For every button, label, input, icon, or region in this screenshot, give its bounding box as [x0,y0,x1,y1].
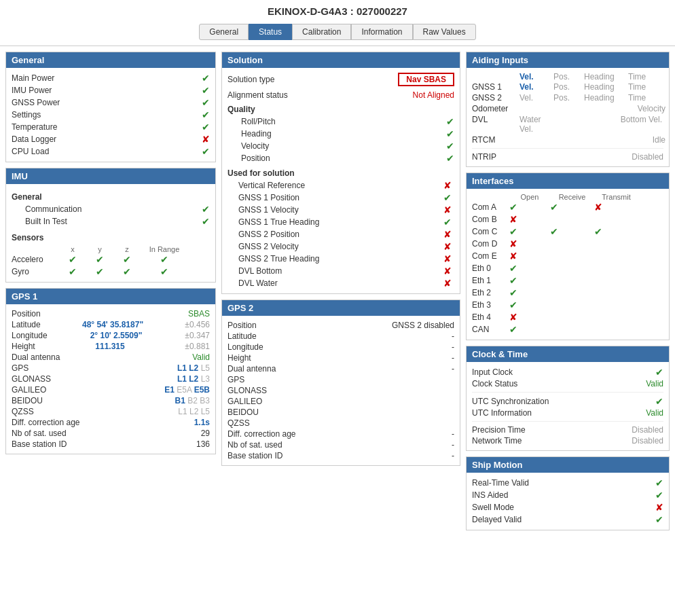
tab-status[interactable]: Status [249,24,292,40]
list-item: Longitude - [227,342,454,352]
list-item: Latitude 48° 54' 35.8187" ±0.456 [12,319,210,330]
gnss2-pos-label: GNSS 2 Position [238,230,299,239]
list-item: Com C ✔ ✔ ✔ [472,225,663,238]
network-time-value: Disabled [632,436,663,446]
gps1-nb-label: Nb of sat. used [12,429,67,438]
solution-type-row: Solution type Nav SBAS [227,72,454,87]
sensors-label: Sensors [12,233,210,242]
gnss2-time: Time [628,93,665,103]
coma-label: Com A [472,202,509,212]
list-item: Real-Time Valid ✔ [472,477,663,489]
list-item: GNSS 1 Vel. Pos. Heading Time [472,81,663,92]
list-item: Built In Test ✔ [12,215,210,228]
rtcm-spacer [519,135,625,145]
come-open: ✘ [509,251,550,261]
imu-power-label: IMU Power [12,86,52,95]
list-item: Base station ID 136 [12,439,210,450]
gnss1-pos: Pos. [553,82,584,92]
gps2-diff-value: - [452,429,454,439]
list-item: Odometer Velocity [472,103,663,114]
gps1-height-value: 111.315 [95,342,124,351]
gps1-position-label: Position [12,309,41,319]
list-item: Nb of sat. used - [227,439,454,450]
list-item: GNSS 2 Vel. Pos. Heading Time [472,92,663,103]
list-item: UTC Synchronization ✔ [472,395,663,407]
list-item: Nb of sat. used 29 [12,428,210,439]
roll-pitch-status: ✔ [446,116,454,127]
list-item: Eth 4 ✘ [472,311,663,323]
gps2-height-value: - [452,353,454,363]
odometer-velocity: Velocity [591,104,665,113]
aiding-col0 [472,72,519,81]
solution-header: Solution [222,52,460,68]
eth1-label: Eth 1 [472,276,509,285]
gps2-beidou-label: BEIDOU [227,407,259,417]
communication-status: ✔ [202,204,210,215]
list-item: Height - [227,352,454,363]
list-item: GPS L1 L2 L5 [12,363,210,374]
list-item: Height 111.315 ±0.881 [12,341,210,352]
iface-receive-header: Receive [550,193,594,201]
eth2-label: Eth 2 [472,288,509,297]
eth0-label: Eth 0 [472,264,509,273]
gps1-galileo-label: GALILEO [12,385,46,395]
utc-sync-label: UTC Synchronization [472,397,549,406]
eth2-open: ✔ [509,287,550,298]
cpu-load-label: CPU Load [12,147,49,156]
aiding-panel: Aiding Inputs Vel. Pos. Heading Time GNS… [466,52,670,167]
gps1-lat-value: 48° 54' 35.8187" [82,320,143,329]
utc-sync-value: ✔ [655,396,663,407]
right-column: Aiding Inputs Vel. Pos. Heading Time GNS… [466,52,670,530]
gnss2-heading: Heading [584,93,628,103]
list-item: Eth 0 ✔ [472,262,663,274]
sensor-range-header: In Range [141,245,188,253]
settings-status: ✔ [202,109,210,120]
interfaces-panel: Interfaces Open Receive Transmit Com A ✔… [466,173,670,340]
gps1-height-err: ±0.881 [185,342,210,351]
tab-information[interactable]: Information [351,24,412,40]
gnss1-pos-label: GNSS 1 Position [238,193,299,202]
list-item: GNSS 1 Velocity ✘ [227,204,454,216]
solution-panel: Solution Solution type Nav SBAS Alignmen… [221,52,460,294]
gnss2-vel-label: GNSS 2 Velocity [238,242,299,251]
gps1-lon-value: 2° 10' 2.5509" [90,331,143,340]
gps1-nb-value: 29 [201,429,210,438]
interfaces-header: Interfaces [467,173,669,189]
list-item: Precision Time Disabled [472,424,663,435]
list-item: GNSS 2 Position ✘ [227,228,454,240]
comc-open: ✔ [509,226,550,237]
gnss1-vel-status: ✘ [443,204,452,215]
delayed-valid-status: ✔ [655,514,663,525]
clock-body: Input Clock ✔ Clock Status Valid UTC Syn… [467,362,669,450]
gnss-power-status: ✔ [202,97,210,108]
list-item: CAN ✔ [472,323,663,336]
list-item: BEIDOU B1 B2 B3 [12,395,210,406]
tab-raw-values[interactable]: Raw Values [413,24,476,40]
dvl-water-vel: Water Vel. [519,115,553,134]
gps2-panel: GPS 2 Position GNSS 2 disabled Latitude … [221,300,460,466]
gnss2-pos: Pos. [553,93,584,103]
gyro-y: ✔ [86,266,113,277]
temperature-status: ✔ [202,122,210,132]
imu-general-label: General [12,192,210,202]
tab-general[interactable]: General [199,24,249,40]
aiding-body: Vel. Pos. Heading Time GNSS 1 Vel. Pos. … [467,68,669,166]
alignment-label: Alignment status [227,90,288,100]
imu-body: General Communication ✔ Built In Test ✔ … [6,184,215,282]
list-item: RTCM Idle [472,134,663,145]
gps2-gps-label: GPS [227,375,244,384]
odometer-spacer [519,104,591,113]
can-label: CAN [472,325,509,334]
solution-type-label: Solution type [227,75,274,84]
gps2-base-value: - [452,451,454,460]
heading-quality-status: ✔ [446,128,454,139]
gps2-base-label: Base station ID [227,451,282,460]
gps2-lat-value: - [452,331,454,341]
ntrip-value: Disabled [632,152,663,162]
gps1-lon-err: ±0.347 [185,331,210,340]
gps2-body: Position GNSS 2 disabled Latitude - Long… [222,316,460,465]
dvl-water-label: DVL Water [238,278,278,288]
eth0-open: ✔ [509,263,550,274]
sensor-z-header: z [113,245,141,253]
tab-calibration[interactable]: Calibration [292,24,351,40]
